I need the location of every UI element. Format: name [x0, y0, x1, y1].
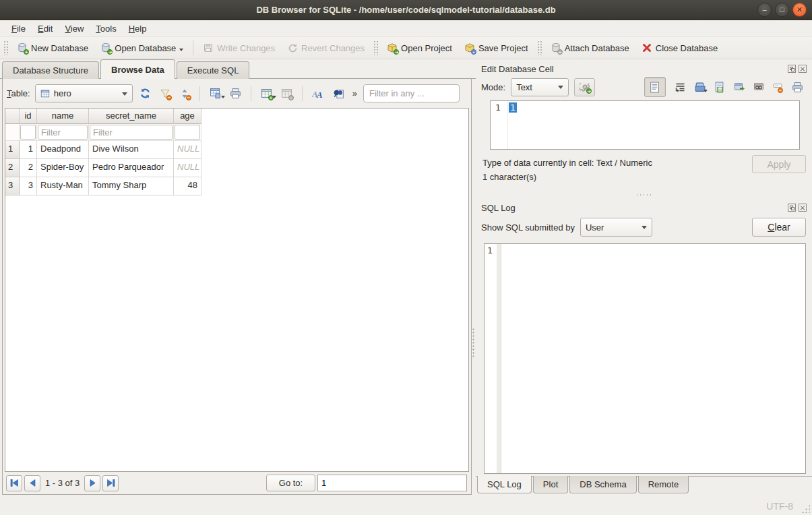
export-to-file-button[interactable] [714, 82, 724, 92]
refresh-button[interactable] [137, 86, 153, 101]
open-database-button[interactable]: ➜ Open Database [95, 39, 189, 57]
next-record-button[interactable] [84, 475, 100, 491]
close-button[interactable]: ✕ [792, 3, 807, 17]
open-external-button[interactable] [733, 82, 744, 92]
word-wrap-button[interactable] [675, 82, 685, 92]
dock-close-button[interactable] [799, 204, 807, 212]
cell-name[interactable]: Rusty-Man [37, 177, 89, 195]
last-record-button[interactable] [102, 475, 119, 491]
mode-select[interactable]: Text [511, 78, 569, 96]
tab-execute-sql[interactable]: Execute SQL [177, 61, 250, 79]
sql-log-line-number: 1 [485, 244, 497, 473]
menu-view[interactable]: View [59, 22, 90, 36]
print-table-button[interactable] [228, 86, 243, 101]
sql-log-controls: Show SQL submitted by User Clear [476, 215, 812, 239]
encoding-label: UTF-8 [766, 501, 793, 512]
row-header[interactable]: 3 [5, 177, 20, 195]
clear-sort-button[interactable]: − [177, 86, 192, 101]
dock-tab-plot[interactable]: Plot [533, 476, 568, 493]
edit-display-format-button[interactable]: AA [310, 86, 326, 101]
tab-browse-data[interactable]: Browse Data [100, 59, 175, 79]
link-button[interactable] [753, 82, 763, 92]
resize-grip[interactable] [801, 504, 810, 513]
save-table-view-button[interactable] [208, 86, 223, 101]
insert-record-icon: + [261, 88, 272, 99]
pane-splitter[interactable] [472, 328, 475, 359]
set-null-button[interactable]: − [772, 82, 783, 92]
menu-file[interactable]: File [5, 22, 32, 36]
menu-tools[interactable]: Tools [90, 22, 122, 36]
text-mode-toggle-button[interactable] [644, 77, 666, 97]
cell-name[interactable]: Spider-Boy [37, 159, 89, 177]
insert-record-button[interactable]: + [259, 86, 274, 101]
dock-float-button[interactable] [788, 65, 796, 73]
chevron-down-icon [558, 86, 563, 92]
filter-any-input[interactable]: Filter in any ... [363, 84, 460, 102]
clear-log-button[interactable]: Clear [752, 218, 806, 237]
column-header-age[interactable]: age [174, 109, 201, 124]
attach-database-button[interactable]: ∞ Attach Database [545, 39, 635, 57]
goto-button[interactable]: Go to: [266, 475, 315, 491]
show-sql-select-value: User [586, 222, 604, 233]
dock-splitter[interactable] [476, 191, 812, 198]
toolbar-drag-handle[interactable] [3, 40, 8, 55]
cell-age[interactable]: NULL [174, 159, 201, 177]
dock-close-button[interactable] [799, 65, 807, 73]
toolbar-drag-handle[interactable] [373, 40, 378, 55]
open-project-button[interactable]: ➜ Open Project [381, 39, 458, 57]
minimize-button[interactable]: – [757, 3, 772, 17]
dock-tab-sql-log[interactable]: SQL Log [477, 476, 532, 493]
cell-id[interactable]: 2 [20, 159, 37, 177]
import-from-file-button[interactable] [694, 82, 705, 92]
column-header-name[interactable]: name [37, 109, 89, 124]
find-in-table-button[interactable] [331, 86, 346, 101]
table-label: Table: [7, 88, 30, 98]
menubar: File Edit View Tools Help [0, 20, 812, 36]
refresh-icon [139, 88, 151, 99]
cell-secret-name[interactable]: Dive Wilson [89, 141, 174, 159]
cell-secret-name[interactable]: Pedro Parqueador [89, 159, 174, 177]
clear-filters-button[interactable]: − [158, 86, 173, 101]
first-record-button[interactable] [6, 475, 22, 491]
column-header-id[interactable]: id [20, 109, 37, 124]
dock-tab-remote[interactable]: Remote [638, 476, 689, 493]
toolbar-drag-handle[interactable] [537, 40, 542, 55]
sql-log-view[interactable]: 1 [484, 243, 806, 474]
previous-record-icon [30, 479, 36, 487]
dock-float-button[interactable] [788, 204, 796, 212]
filter-input-age[interactable] [175, 125, 200, 140]
column-header-secret-name[interactable]: secret_name [89, 109, 174, 124]
cell-secret-name[interactable]: Tommy Sharp [89, 177, 174, 195]
show-sql-select[interactable]: User [580, 218, 652, 237]
titlebar: DB Browser for SQLite - /home/user/code/… [0, 0, 812, 20]
filter-input-name[interactable] [38, 125, 88, 140]
show-sql-label: Show SQL submitted by [481, 222, 575, 233]
dock-tab-db-schema[interactable]: DB Schema [569, 476, 636, 493]
cell-editor[interactable]: 1 1 [490, 100, 800, 150]
close-database-button[interactable]: Close Database [636, 39, 724, 57]
filter-input-id[interactable] [20, 125, 36, 140]
maximize-button[interactable]: □ [775, 3, 789, 17]
filter-input-secret-name[interactable] [90, 125, 173, 140]
previous-record-button[interactable] [24, 475, 40, 491]
write-changes-icon [203, 42, 214, 53]
cell-id[interactable]: 1 [20, 141, 37, 159]
data-grid: id name secret_name age 1 1 Deadpond Div… [5, 108, 469, 472]
menu-help[interactable]: Help [123, 22, 153, 36]
clear-sort-icon: − [179, 88, 190, 99]
goto-input[interactable] [317, 475, 467, 491]
cell-age[interactable]: NULL [174, 141, 201, 159]
tab-database-structure[interactable]: Database Structure [2, 61, 99, 79]
row-header[interactable]: 1 [5, 141, 20, 159]
cell-age[interactable]: 48 [174, 177, 201, 195]
cell-name[interactable]: Deadpond [37, 141, 89, 159]
row-header[interactable]: 2 [5, 159, 20, 177]
toolbar-overflow-chevron[interactable]: » [351, 88, 358, 98]
save-project-button[interactable]: ▪ Save Project [459, 39, 534, 57]
corner-header[interactable] [5, 109, 20, 124]
table-select[interactable]: hero [35, 84, 133, 102]
print-cell-button[interactable] [792, 82, 803, 92]
menu-edit[interactable]: Edit [32, 22, 59, 36]
new-database-button[interactable]: + New Database [11, 39, 94, 57]
cell-id[interactable]: 3 [20, 177, 37, 195]
